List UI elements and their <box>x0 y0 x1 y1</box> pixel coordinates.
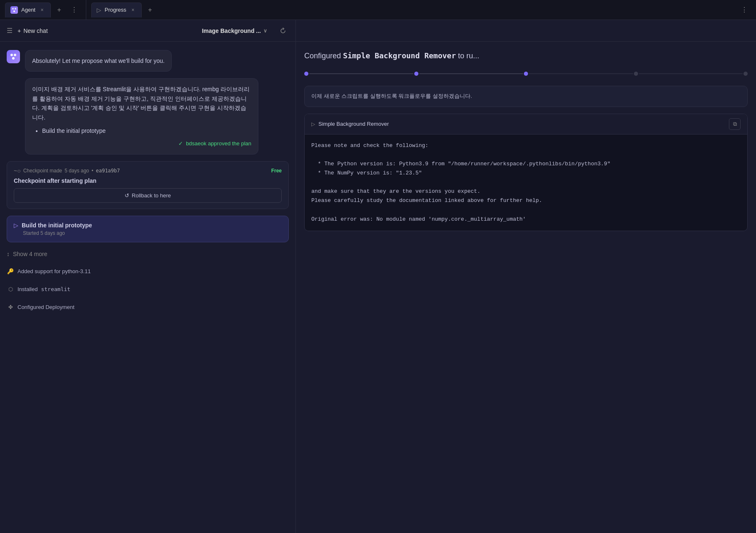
configured-suffix: to ru... <box>456 52 479 60</box>
message-bullet-list: Build the initial prototype <box>32 126 251 135</box>
code-block-title-row: ▷ Simple Background Remover <box>311 121 389 127</box>
copy-icon: ⧉ <box>733 121 737 127</box>
checkpoint-header: ~○ Checkpoint made 5 days ago • ea91a9b7… <box>14 167 282 174</box>
progress-dots-row <box>304 72 748 76</box>
checkpoint-dot: • <box>92 168 93 174</box>
configured-mono: Simple Background Remover <box>343 51 456 60</box>
progress-tab-close[interactable]: × <box>130 7 136 13</box>
approval-text: ✓ bdsaeok approved the plan <box>32 139 251 148</box>
task-subtitle: Started 5 days ago <box>23 230 282 236</box>
action-text-3: Configured Deployment <box>18 304 75 310</box>
progress-dot-4 <box>634 72 638 76</box>
configured-title: Configured Simple Background Remover to … <box>304 50 748 62</box>
left-toolbar: ☰ + New chat Image Background ... ∨ <box>0 20 295 42</box>
chat-area: Absolutely! Let me propose what we'll bu… <box>0 42 295 533</box>
progress-tab-icon: ▷ <box>97 7 101 13</box>
progress-dot-1 <box>304 72 308 76</box>
agent-tab-icon <box>10 6 18 14</box>
task-header: ▷ Build the initial prototype <box>14 222 282 229</box>
new-chat-label: New chat <box>23 27 48 34</box>
left-tab-more[interactable]: ⋮ <box>68 4 81 15</box>
right-tab-section: ▷ Progress × + ⋮ <box>86 0 756 20</box>
action-row-3: ✤ Configured Deployment <box>7 301 289 313</box>
svg-point-0 <box>12 8 14 10</box>
rollback-icon: ↺ <box>125 192 129 199</box>
right-tab-more[interactable]: ⋮ <box>738 4 751 15</box>
checkpoint-hash: ea91a9b7 <box>96 168 120 174</box>
korean-info-text: 이제 새로운 스크립트를 실행하도록 워크플로우를 설정하겠습니다. <box>311 93 472 99</box>
menu-icon[interactable]: ☰ <box>7 27 13 35</box>
progress-dot-5 <box>743 72 748 76</box>
approval-label: bdsaeok approved the plan <box>186 140 251 147</box>
code-block-body: Please note and check the following: * T… <box>305 134 747 231</box>
message-korean-text: 이미지 배경 제거 서비스를 Streamlit을 사용하여 구현하겠습니다. … <box>32 85 251 122</box>
chat-title-text: Image Background ... <box>202 27 261 34</box>
new-chat-plus: + <box>18 27 21 34</box>
key-icon: 🔑 <box>7 268 14 274</box>
task-play-icon: ▷ <box>14 222 18 229</box>
svg-point-3 <box>10 54 13 56</box>
code-copy-button[interactable]: ⧉ <box>729 118 741 130</box>
code-run-icon: ▷ <box>311 121 315 127</box>
svg-point-2 <box>13 10 15 12</box>
message-row-1: Absolutely! Let me propose what we'll bu… <box>7 50 289 72</box>
main-layout: ☰ + New chat Image Background ... ∨ <box>0 20 756 533</box>
show-more-row[interactable]: ↕ Show 4 more <box>7 249 289 259</box>
action-text-2-mono: streamlit <box>41 286 70 292</box>
right-tab-add[interactable]: + <box>145 5 155 15</box>
right-toolbar <box>296 20 756 42</box>
progress-dot-2 <box>414 72 418 76</box>
checkpoint-curve-icon: ~○ <box>14 167 21 174</box>
agent-tab-label: Agent <box>21 7 35 13</box>
chat-title[interactable]: Image Background ... ∨ <box>202 27 267 34</box>
action-row-1: 🔑 Added support for python-3.11 <box>7 266 289 277</box>
code-block-header: ▷ Simple Background Remover ⧉ <box>305 114 747 134</box>
action-text-2-prefix: Installed <box>18 286 38 292</box>
svg-point-5 <box>12 57 15 60</box>
message-text-1: Absolutely! Let me propose what we'll bu… <box>32 57 165 64</box>
deploy-icon: ✤ <box>7 304 14 310</box>
sync-icon[interactable] <box>277 25 289 37</box>
avatar-1 <box>7 50 20 63</box>
progress-tab-label: Progress <box>105 7 126 13</box>
code-block-title: Simple Background Remover <box>318 121 389 127</box>
bullet-item-1: Build the initial prototype <box>42 126 251 135</box>
progress-tab[interactable]: ▷ Progress × <box>91 2 142 17</box>
korean-info-block: 이제 새로운 스크립트를 실행하도록 워크플로우를 설정하겠습니다. <box>304 86 748 107</box>
message-bubble-2: 이미지 배경 제거 서비스를 Streamlit을 사용하여 구현하겠습니다. … <box>25 78 258 154</box>
left-tab-add[interactable]: + <box>54 5 64 15</box>
right-panel: Configured Simple Background Remover to … <box>296 20 756 533</box>
approval-check-icon: ✓ <box>178 140 183 147</box>
checkpoint-made-label: Checkpoint made <box>23 168 62 174</box>
task-title: Build the initial prototype <box>22 222 92 229</box>
box-icon: ⬡ <box>7 286 14 292</box>
left-tab-section: Agent × + ⋮ <box>0 0 86 20</box>
tab-bar: Agent × + ⋮ ▷ Progress × + ⋮ <box>0 0 756 20</box>
agent-tab[interactable]: Agent × <box>5 2 51 17</box>
toolbar-right-icons <box>277 25 289 37</box>
show-more-label: Show 4 more <box>13 251 47 257</box>
configured-prefix: Configured <box>304 52 343 60</box>
message-bubble-1: Absolutely! Let me propose what we'll bu… <box>25 50 172 72</box>
checkpoint-time: 5 days ago <box>65 168 89 174</box>
checkpoint-card: ~○ Checkpoint made 5 days ago • ea91a9b7… <box>7 161 289 209</box>
show-more-icon: ↕ <box>7 251 10 257</box>
code-block: ▷ Simple Background Remover ⧉ Please not… <box>304 114 748 231</box>
rollback-button[interactable]: ↺ Rollback to here <box>14 188 282 203</box>
checkpoint-meta: ~○ Checkpoint made 5 days ago • ea91a9b7 <box>14 167 120 174</box>
progress-dot-3 <box>524 72 528 76</box>
progress-track-container <box>304 68 748 79</box>
svg-point-4 <box>14 54 16 56</box>
checkpoint-title: Checkpoint after starting plan <box>14 177 282 184</box>
agent-tab-close[interactable]: × <box>39 7 45 13</box>
rollback-label: Rollback to here <box>132 192 171 199</box>
new-chat-button[interactable]: + New chat <box>18 27 48 34</box>
action-text-1: Added support for python-3.11 <box>18 268 91 274</box>
message-row-2: 이미지 배경 제거 서비스를 Streamlit을 사용하여 구현하겠습니다. … <box>7 78 289 154</box>
right-panel-content: Configured Simple Background Remover to … <box>296 42 756 533</box>
task-card: ▷ Build the initial prototype Started 5 … <box>7 216 289 242</box>
left-panel: ☰ + New chat Image Background ... ∨ <box>0 20 296 533</box>
chevron-down-icon: ∨ <box>263 28 267 34</box>
svg-point-1 <box>15 8 16 10</box>
action-row-2: ⬡ Installed streamlit <box>7 284 289 295</box>
